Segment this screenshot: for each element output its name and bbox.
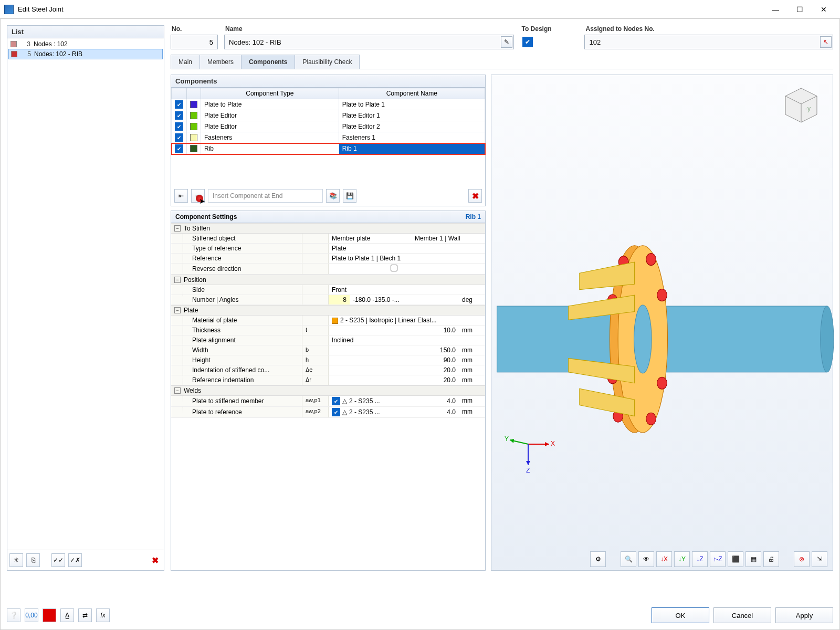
row-checkbox[interactable]: ✔ [175, 133, 183, 142]
ok-button[interactable]: OK [652, 607, 709, 623]
svg-text:-y: -y [805, 105, 811, 112]
delete-item-button[interactable]: ✖ [148, 553, 162, 567]
svg-point-12 [657, 377, 667, 389]
material-swatch-icon [332, 318, 338, 324]
copy-item-button[interactable]: ⎘ [26, 553, 40, 567]
view-y-button[interactable]: ↓Y [674, 551, 690, 567]
viewport-3d[interactable]: -y [491, 75, 833, 571]
check-all-button[interactable]: ✓✓ [51, 553, 65, 567]
color-swatch-icon [190, 123, 197, 130]
view-reset-button[interactable]: ⊗ [794, 551, 810, 567]
axis-indicator: X Y Z [507, 428, 554, 476]
view-settings-button[interactable]: ⚙ [590, 551, 606, 567]
color-swatch-icon [190, 101, 197, 108]
color-swatch-icon [10, 41, 17, 47]
row-checkbox[interactable]: ✔ [175, 111, 183, 120]
view-wireframe-button[interactable]: ▦ [746, 551, 761, 567]
name-input[interactable] [229, 38, 509, 46]
color-button[interactable] [43, 608, 56, 622]
collapse-icon[interactable]: − [174, 225, 181, 232]
apply-button[interactable]: Apply [775, 607, 833, 623]
color-swatch-icon [190, 112, 197, 119]
svg-point-9 [634, 305, 652, 373]
view-x-button[interactable]: ↓X [656, 551, 672, 567]
name-edit-button[interactable]: ✎ [501, 36, 512, 48]
library-button[interactable]: 📚 [326, 189, 340, 203]
design-checkbox[interactable]: ✔ [522, 37, 533, 47]
collapse-icon[interactable]: − [174, 277, 181, 283]
weld-icon: △ [342, 408, 347, 416]
row-checkbox[interactable]: ✔ [175, 100, 183, 109]
close-button[interactable]: ✕ [812, 2, 836, 17]
help-button[interactable]: ❔ [7, 608, 20, 622]
nodes-input[interactable] [589, 38, 828, 46]
weld-checkbox[interactable]: ✔ [332, 397, 340, 405]
col-name: Component Name [339, 88, 485, 99]
window-title: Edit Steel Joint [18, 5, 763, 13]
insert-before-button[interactable]: ⇤ [174, 189, 188, 203]
units-button[interactable]: 0,00 [25, 608, 38, 622]
insert-after-button[interactable]: ⇥ ➤ [191, 189, 205, 203]
no-label: No. [171, 25, 218, 33]
uncheck-all-button[interactable]: ✓✗ [68, 553, 82, 567]
row-checkbox[interactable]: ✔ [175, 122, 183, 131]
row-checkbox[interactable]: ✔ [175, 144, 183, 153]
nodes-pick-button[interactable]: ↖ [820, 36, 832, 48]
delete-component-button[interactable]: ✖ [468, 189, 482, 203]
no-input[interactable] [175, 38, 213, 46]
components-header: Components [171, 75, 485, 88]
insert-placeholder[interactable]: Insert Component at End [208, 189, 323, 203]
view-display-button[interactable]: 👁 [638, 551, 654, 567]
export-button[interactable]: ⇄ [78, 608, 92, 622]
svg-point-11 [657, 289, 667, 301]
view-print-button[interactable]: 🖨 [763, 551, 779, 567]
svg-marker-23 [545, 442, 549, 446]
table-row[interactable]: ✔Plate EditorPlate Editor 1 [172, 110, 485, 121]
svg-text:X: X [551, 440, 555, 447]
cancel-button[interactable]: Cancel [713, 607, 771, 623]
model-drawing [491, 75, 833, 570]
tab-plausibility-check[interactable]: Plausibility Check [295, 55, 360, 69]
formula-button[interactable]: fx [96, 608, 110, 622]
design-label: To Design [520, 25, 578, 33]
components-table: Component Type Component Name ✔Plate to … [171, 88, 485, 154]
collapse-icon[interactable]: − [174, 387, 181, 394]
maximize-button[interactable]: ☐ [788, 2, 812, 17]
svg-text:Z: Z [526, 467, 530, 474]
collapse-icon[interactable]: − [174, 307, 181, 313]
svg-marker-26 [510, 439, 514, 443]
tab-members[interactable]: Members [200, 55, 242, 69]
table-row[interactable]: ✔FastenersFasteners 1 [172, 132, 485, 143]
components-panel: Components Component Type Component Name… [171, 75, 486, 206]
list-panel: List 3Nodes : 1025Nodes: 102 - RIB ✳ ⎘ ✓… [7, 25, 164, 571]
svg-point-10 [646, 253, 656, 265]
font-button[interactable]: A̲ [60, 608, 74, 622]
new-item-button[interactable]: ✳ [9, 553, 23, 567]
svg-point-6 [821, 306, 834, 372]
view-neg-z-button[interactable]: ↑-Z [710, 551, 726, 567]
col-type: Component Type [201, 88, 339, 99]
table-row[interactable]: ✔Plate to PlatePlate to Plate 1 [172, 99, 485, 110]
settings-panel: Component Settings Rib 1 −To Stiffen Sti… [171, 211, 486, 571]
list-item[interactable]: 5Nodes: 102 - RIB [8, 49, 163, 59]
tab-main[interactable]: Main [171, 55, 200, 69]
view-zoom-button[interactable]: 🔍 [621, 551, 636, 567]
view-iso-button[interactable]: ⬛ [728, 551, 743, 567]
view-z-button[interactable]: ↓Z [692, 551, 708, 567]
svg-point-13 [646, 413, 656, 425]
view-toolbar: ⚙ 🔍 👁 ↓X ↓Y ↓Z ↑-Z ⬛ ▦ 🖨 ⊗ ⇲ [491, 551, 833, 567]
nodes-label: Assigned to Nodes No. [584, 25, 833, 33]
table-row[interactable]: ✔Plate EditorPlate Editor 2 [172, 121, 485, 132]
minimize-button[interactable]: — [763, 2, 788, 17]
list-item[interactable]: 3Nodes : 102 [8, 39, 163, 49]
tab-components[interactable]: Components [241, 55, 295, 69]
list-header: List [7, 26, 164, 38]
app-icon [4, 5, 14, 14]
save-component-button[interactable]: 💾 [343, 189, 356, 203]
table-row[interactable]: ✔RibRib 1 [172, 143, 485, 154]
view-cube[interactable]: -y [780, 86, 822, 122]
reverse-checkbox[interactable] [391, 265, 397, 271]
weld-checkbox[interactable]: ✔ [332, 408, 340, 416]
view-expand-button[interactable]: ⇲ [812, 551, 827, 567]
tab-bar: MainMembersComponentsPlausibility Check [171, 55, 833, 69]
